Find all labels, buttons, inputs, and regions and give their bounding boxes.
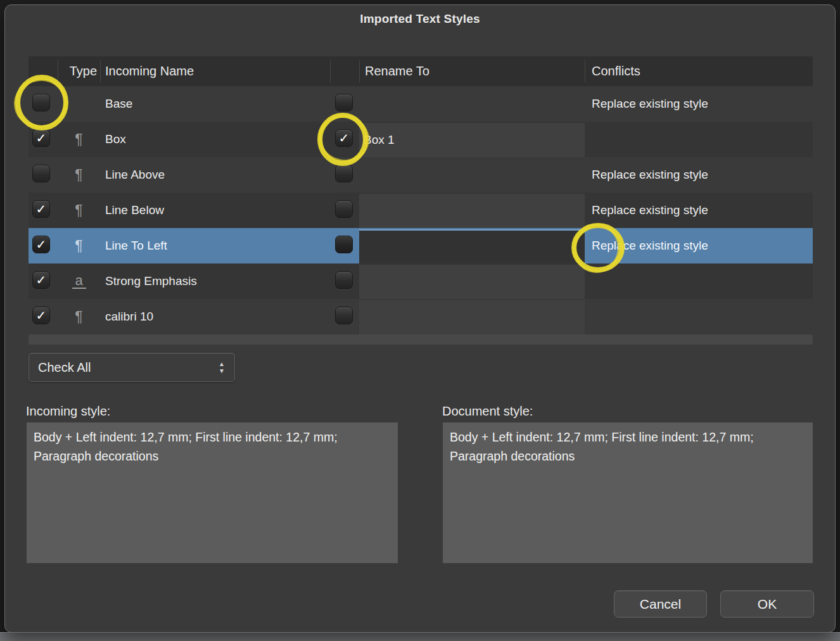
imported-text-styles-dialog: Imported Text Styles Type Incoming Name …	[4, 4, 836, 633]
incoming-style-label: Incoming style:	[26, 404, 110, 419]
include-checkbox[interactable]: ✓	[32, 271, 50, 289]
stepper-arrows-icon: ▲ ▼	[219, 362, 225, 374]
incoming-name: Line To Left	[100, 239, 330, 253]
header-divider	[359, 60, 360, 82]
checkmark-icon: ✓	[33, 201, 49, 217]
table-row-line-below[interactable]: ✓ ¶ Line Below ✓ Replace existing style	[29, 193, 813, 228]
incoming-name: Strong Emphasis	[100, 274, 330, 288]
incoming-name: Line Below	[100, 203, 330, 217]
include-checkbox[interactable]: ✓	[32, 200, 50, 218]
rename-to-field[interactable]	[359, 265, 585, 299]
style-type-icon: ¶	[58, 310, 100, 324]
incoming-name: Base	[100, 97, 330, 111]
checkmark-icon: ✓	[33, 307, 49, 324]
document-style-description: Body + Left indent: 12,7 mm; First line …	[443, 422, 813, 563]
table-row-calibri-10[interactable]: ✓ ¶ calibri 10 ✓	[29, 299, 813, 334]
arrow-up-icon: ▲	[219, 362, 225, 367]
rename-checkbox[interactable]: ✓	[335, 94, 353, 111]
styles-table: Type Incoming Name Rename To Conflicts ✓…	[29, 56, 813, 334]
rename-checkbox[interactable]: ✓	[335, 236, 353, 253]
incoming-name: calibri 10	[100, 310, 330, 324]
include-checkbox[interactable]: ✓	[32, 307, 50, 324]
rename-to-field[interactable]: Box 1	[359, 123, 585, 157]
include-checkbox[interactable]: ✓	[32, 94, 50, 111]
table-row-strong-emphasis[interactable]: ✓ a Strong Emphasis ✓	[29, 263, 813, 299]
checkmark-icon: ✓	[336, 130, 352, 146]
style-type-icon: ¶	[58, 239, 100, 253]
conflict-resolution[interactable]: Replace existing style	[585, 168, 813, 182]
rename-checkbox[interactable]: ✓	[335, 271, 353, 289]
table-body: ✓ Base ✓ Replace existing style ✓ ¶ Box …	[29, 86, 813, 334]
incoming-style-description: Body + Left indent: 12,7 mm; First line …	[27, 422, 398, 563]
horizontal-scrollbar[interactable]	[29, 334, 813, 345]
checkmark-icon: ✓	[33, 236, 49, 253]
style-type-icon: ¶	[58, 168, 100, 182]
ok-button[interactable]: OK	[720, 590, 814, 618]
rename-checkbox[interactable]: ✓	[335, 165, 353, 182]
header-conflicts: Conflicts	[585, 64, 813, 79]
incoming-name: Box	[100, 132, 330, 146]
rename-checkbox[interactable]: ✓	[335, 129, 353, 147]
conflict-resolution[interactable]: Replace existing style	[585, 97, 813, 111]
header-divider	[100, 60, 101, 82]
style-type-icon: ¶	[58, 203, 100, 218]
incoming-name: Line Above	[100, 168, 330, 182]
conflict-resolution[interactable]: Replace existing style	[585, 239, 813, 253]
header-type: Type	[58, 64, 100, 79]
cancel-button[interactable]: Cancel	[614, 590, 707, 618]
dialog-title: Imported Text Styles	[5, 12, 835, 26]
header-rename-to: Rename To	[359, 64, 585, 79]
table-row-box[interactable]: ✓ ¶ Box ✓ Box 1	[29, 122, 813, 157]
rename-to-field[interactable]	[359, 229, 585, 263]
rename-checkbox[interactable]: ✓	[335, 307, 353, 324]
table-row-base[interactable]: ✓ Base ✓ Replace existing style	[29, 86, 813, 122]
table-header: Type Incoming Name Rename To Conflicts	[29, 56, 813, 86]
header-divider	[330, 60, 331, 82]
document-style-label: Document style:	[442, 404, 533, 419]
checkmark-icon: ✓	[33, 130, 49, 146]
rename-checkbox[interactable]: ✓	[335, 200, 353, 218]
check-all-label: Check All	[29, 360, 219, 375]
checkmark-icon: ✓	[33, 272, 49, 288]
table-row-line-above[interactable]: ✓ ¶ Line Above ✓ Replace existing style	[29, 157, 813, 193]
style-type-icon: a	[72, 274, 86, 289]
header-divider	[58, 60, 58, 82]
rename-to-field[interactable]	[359, 194, 585, 228]
include-checkbox[interactable]: ✓	[32, 165, 50, 182]
conflict-resolution[interactable]: Replace existing style	[585, 203, 813, 217]
background-window-edge	[0, 632, 840, 641]
table-row-line-to-left[interactable]: ✓ ¶ Line To Left ✓ Replace existing styl…	[29, 228, 813, 263]
header-incoming-name: Incoming Name	[100, 64, 330, 79]
include-checkbox[interactable]: ✓	[32, 236, 50, 253]
arrow-down-icon: ▼	[219, 369, 225, 374]
style-type-icon: ¶	[58, 132, 100, 147]
include-checkbox[interactable]: ✓	[32, 129, 50, 147]
rename-to-field[interactable]	[359, 300, 585, 334]
header-divider	[585, 60, 585, 82]
check-all-dropdown[interactable]: Check All ▲ ▼	[29, 353, 235, 382]
